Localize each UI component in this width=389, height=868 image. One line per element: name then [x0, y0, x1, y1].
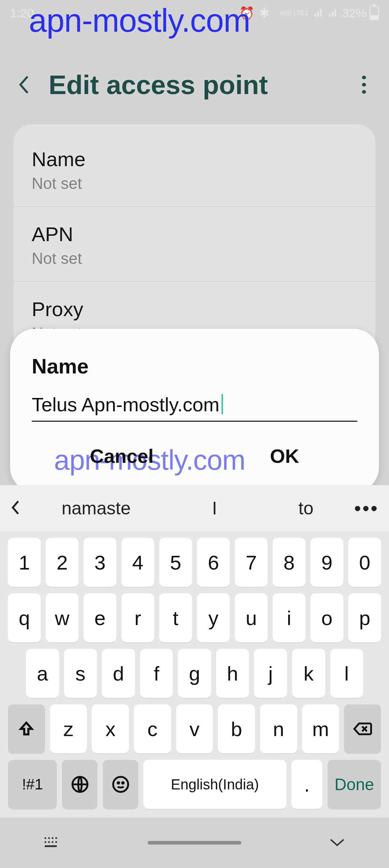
system-nav-bar: [0, 818, 389, 868]
field-apn[interactable]: APN Not set: [14, 207, 375, 282]
signal-2-icon: [328, 6, 337, 20]
key-n[interactable]: n: [260, 704, 297, 753]
key-v[interactable]: v: [176, 704, 213, 753]
app-header: Edit access point: [0, 59, 389, 110]
key-y[interactable]: y: [197, 593, 230, 642]
watermark-top: apn-mostly.com: [29, 2, 250, 39]
suggestion-more-button[interactable]: •••: [354, 497, 379, 519]
key-row-qwerty: qwertyuiop: [0, 593, 389, 642]
key-f[interactable]: f: [140, 649, 173, 698]
key-e[interactable]: e: [84, 593, 116, 642]
key-c[interactable]: c: [134, 704, 171, 753]
key-3[interactable]: 3: [84, 538, 116, 587]
symbols-key[interactable]: !#1: [8, 760, 57, 809]
hide-keyboard-button[interactable]: [328, 837, 346, 849]
edit-name-dialog: Name Telus Apn-mostly.com apn-mostly.com…: [10, 329, 379, 492]
key-t[interactable]: t: [159, 593, 192, 642]
volte-label: Vo)) LTE1: [280, 10, 308, 16]
key-0[interactable]: 0: [348, 538, 381, 587]
key-8[interactable]: 8: [273, 538, 305, 587]
key-k[interactable]: k: [292, 649, 325, 698]
key-4[interactable]: 4: [121, 538, 154, 587]
svg-point-6: [52, 837, 54, 839]
dialog-title: Name: [32, 354, 357, 378]
shift-key[interactable]: [8, 704, 45, 753]
key-z[interactable]: z: [50, 704, 87, 753]
key-7[interactable]: 7: [235, 538, 268, 587]
key-row-bottom: !#1 English(India) . Done: [0, 760, 389, 809]
svg-point-3: [122, 782, 124, 784]
bluetooth-icon: ✱: [259, 6, 269, 20]
svg-point-11: [55, 841, 57, 843]
back-button[interactable]: [16, 76, 33, 93]
field-label: APN: [32, 222, 357, 246]
keyboard-switch-button[interactable]: [43, 836, 61, 850]
key-r[interactable]: r: [121, 593, 154, 642]
key-i[interactable]: i: [273, 593, 305, 642]
ok-button[interactable]: OK: [256, 438, 314, 474]
gesture-handle[interactable]: [148, 841, 241, 845]
suggestion-word[interactable]: to: [288, 494, 325, 522]
svg-rect-12: [45, 845, 57, 847]
emoji-key[interactable]: [103, 760, 138, 809]
svg-point-7: [55, 837, 57, 839]
done-key[interactable]: Done: [327, 760, 381, 809]
period-key[interactable]: .: [291, 760, 323, 809]
key-d[interactable]: d: [102, 649, 135, 698]
key-row-zxcv: zxcvbnm: [0, 704, 389, 753]
key-9[interactable]: 9: [310, 538, 343, 587]
text-cursor: [222, 394, 223, 414]
key-o[interactable]: o: [310, 593, 343, 642]
svg-point-2: [118, 782, 119, 784]
page-title: Edit access point: [49, 70, 268, 100]
key-j[interactable]: j: [254, 649, 287, 698]
suggestion-bar: namaste I to •••: [0, 485, 389, 531]
dot-icon: [362, 90, 366, 94]
overflow-menu-button[interactable]: [355, 76, 373, 94]
svg-point-10: [52, 841, 54, 843]
dot-icon: [362, 83, 366, 87]
dot-icon: [362, 76, 366, 79]
field-name[interactable]: Name Not set: [14, 132, 375, 207]
key-a[interactable]: a: [26, 649, 59, 698]
suggestion-word[interactable]: namaste: [51, 494, 142, 522]
field-value: Not set: [32, 249, 357, 267]
key-s[interactable]: s: [64, 649, 97, 698]
suggestion-word[interactable]: I: [201, 494, 228, 522]
svg-point-9: [48, 841, 50, 843]
key-6[interactable]: 6: [197, 538, 230, 587]
key-h[interactable]: h: [216, 649, 249, 698]
key-row-asdf: asdfghjkl: [0, 649, 389, 698]
cancel-button[interactable]: Cancel: [75, 438, 168, 474]
field-label: Name: [32, 147, 357, 171]
key-p[interactable]: p: [348, 593, 381, 642]
key-q[interactable]: q: [8, 593, 41, 642]
backspace-key[interactable]: [344, 704, 381, 753]
spacebar-key[interactable]: English(India): [143, 760, 286, 809]
svg-point-1: [113, 777, 128, 792]
key-g[interactable]: g: [178, 649, 211, 698]
key-m[interactable]: m: [302, 704, 339, 753]
key-5[interactable]: 5: [159, 538, 192, 587]
key-b[interactable]: b: [218, 704, 255, 753]
battery-icon: [370, 6, 379, 20]
suggestion-back-button[interactable]: [10, 499, 21, 517]
soft-keyboard: namaste I to ••• 1234567890 qwertyuiop a…: [0, 485, 389, 818]
key-1[interactable]: 1: [8, 538, 41, 587]
field-label: Proxy: [32, 297, 357, 321]
signal-1-icon: [313, 6, 323, 20]
svg-point-8: [45, 841, 46, 843]
key-l[interactable]: l: [330, 649, 363, 698]
language-key[interactable]: [62, 760, 98, 809]
key-x[interactable]: x: [92, 704, 129, 753]
battery-pct: 32%: [342, 6, 367, 20]
input-text: Telus Apn-mostly.com: [32, 394, 219, 415]
svg-point-4: [45, 837, 46, 839]
key-row-numbers: 1234567890: [0, 538, 389, 587]
key-2[interactable]: 2: [46, 538, 79, 587]
key-u[interactable]: u: [235, 593, 268, 642]
field-value: Not set: [32, 174, 357, 192]
key-w[interactable]: w: [46, 593, 79, 642]
name-input[interactable]: Telus Apn-mostly.com: [32, 393, 357, 422]
svg-point-5: [48, 837, 50, 839]
